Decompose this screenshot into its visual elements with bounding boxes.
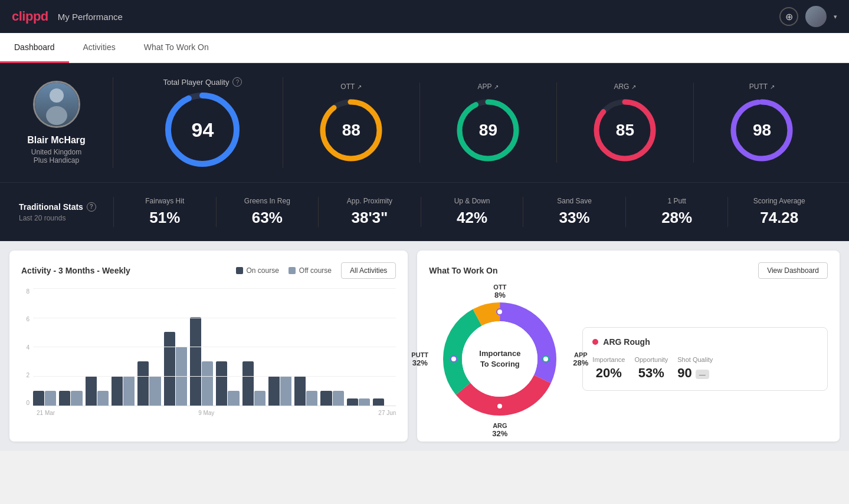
stats-sublabel: Last 20 rounds <box>19 214 113 222</box>
app-donut-label: APP 28% <box>573 351 588 367</box>
arg-section: ARG↗ 85 <box>557 83 694 163</box>
stat-1-putt: 1 Putt 28% <box>625 197 728 227</box>
plus-icon: ⊕ <box>785 11 793 22</box>
app-section: APP↗ 89 <box>420 83 557 163</box>
bar-off-course <box>280 376 291 406</box>
bar-on-course <box>86 376 97 406</box>
hero-scores: Total Player Quality ? 94 OTT↗ <box>113 77 830 168</box>
view-dashboard-button[interactable]: View Dashboard <box>758 262 828 279</box>
bar-off-course <box>202 361 213 406</box>
total-quality-section: Total Player Quality ? 94 <box>113 77 283 168</box>
ott-donut-label: OTT 8% <box>493 284 506 299</box>
chart-legend: On course Off course <box>236 266 332 275</box>
grid-line <box>33 318 396 318</box>
app-circle: 89 <box>455 98 520 163</box>
bar-off-course <box>306 391 317 406</box>
bar-on-course <box>216 361 227 406</box>
avatar-image <box>805 6 827 27</box>
bar-on-course <box>294 376 306 406</box>
help-icon[interactable]: ? <box>232 77 242 87</box>
y-axis: 8 6 4 2 0 <box>21 288 33 406</box>
bar-off-course <box>176 347 187 406</box>
arg-donut-label: ARG 32% <box>492 422 507 438</box>
stat-app-proximity: App. Proximity 38'3" <box>318 197 421 227</box>
player-name: Blair McHarg <box>27 135 86 146</box>
shot-quality-badge: — <box>696 370 709 379</box>
bar-group-4 <box>112 376 135 406</box>
detail-category-dot <box>592 339 598 345</box>
work-card-header: What To Work On View Dashboard <box>429 262 828 279</box>
x-label-jun: 27 Jun <box>276 410 396 416</box>
legend-on-course: On course <box>236 266 279 275</box>
activity-chart-title: Activity - 3 Months - Weekly <box>21 266 130 275</box>
detail-opportunity: Opportunity 53% <box>634 356 668 381</box>
all-activities-button[interactable]: All Activities <box>341 262 396 279</box>
arg-value: 85 <box>616 121 634 140</box>
tab-dashboard[interactable]: Dashboard <box>0 33 69 63</box>
ott-value: 88 <box>342 121 360 140</box>
traditional-stats-bar: Traditional Stats ? Last 20 rounds Fairw… <box>0 182 849 241</box>
player-handicap: Plus Handicap <box>34 156 79 164</box>
player-country: United Kingdom <box>31 148 81 156</box>
bar-on-course <box>242 361 254 406</box>
x-label-mar: 21 Mar <box>37 410 136 416</box>
svg-point-23 <box>497 309 503 315</box>
bar-off-course <box>149 376 160 406</box>
svg-point-26 <box>451 356 457 362</box>
putt-donut-label: PUTT 32% <box>411 351 428 367</box>
bar-off-course <box>359 398 370 406</box>
help-icon[interactable]: ? <box>87 202 96 212</box>
stat-up-down: Up & Down 42% <box>421 197 523 227</box>
detail-metrics: Importance 20% Opportunity 53% Shot Qual… <box>592 356 818 381</box>
bar-off-course <box>45 391 56 406</box>
bar-group-14 <box>373 398 396 406</box>
bar-on-course <box>268 376 280 406</box>
stat-greens-in-reg: Greens In Reg 63% <box>216 197 319 227</box>
bar-off-course <box>254 391 265 406</box>
bar-group-2 <box>59 391 82 406</box>
putt-label: PUTT↗ <box>749 83 775 91</box>
arrow-icon: ↗ <box>770 84 775 90</box>
ott-circle: 88 <box>319 98 383 163</box>
arrow-icon: ↗ <box>494 84 499 90</box>
tab-what-to-work-on[interactable]: What To Work On <box>130 33 223 63</box>
header-left: clippd My Performance <box>12 9 123 24</box>
bars-container <box>33 288 396 406</box>
bar-group-13 <box>347 398 370 406</box>
tab-activities[interactable]: Activities <box>69 33 130 63</box>
header: clippd My Performance ⊕ ▾ <box>0 0 849 33</box>
main-content: Activity - 3 Months - Weekly On course O… <box>0 241 849 451</box>
bar-group-1 <box>33 391 56 406</box>
grid-line <box>33 347 396 347</box>
hero-section: Blair McHarg United Kingdom Plus Handica… <box>0 63 849 182</box>
total-quality-label: Total Player Quality ? <box>163 77 242 87</box>
arg-label: ARG↗ <box>614 83 636 91</box>
bar-off-course <box>71 391 82 406</box>
svg-point-1 <box>46 106 67 125</box>
total-quality-circle: 94 <box>164 91 241 168</box>
bar-on-course <box>164 332 175 406</box>
stats-label-section: Traditional Stats ? Last 20 rounds <box>19 202 113 222</box>
bar-on-course <box>373 398 384 406</box>
stats-label: Traditional Stats ? <box>19 202 113 212</box>
add-button[interactable]: ⊕ <box>779 7 798 26</box>
stat-sand-save: Sand Save 33% <box>523 197 625 227</box>
bar-on-course <box>112 376 123 406</box>
detail-card-header: ARG Rough <box>592 337 818 347</box>
detail-importance: Importance 20% <box>592 356 625 381</box>
ott-section: OTT↗ 88 <box>283 83 420 163</box>
app-value: 89 <box>479 121 497 140</box>
avatar[interactable] <box>805 6 827 27</box>
app-label: APP↗ <box>477 83 499 91</box>
y-label-6: 6 <box>26 316 29 322</box>
putt-circle: 98 <box>729 98 794 163</box>
putt-section: PUTT↗ 98 <box>694 83 830 163</box>
bar-on-course <box>137 361 149 406</box>
x-label-may: 9 May <box>136 410 276 416</box>
profile-image <box>35 83 78 126</box>
work-card-title: What To Work On <box>429 266 497 275</box>
player-profile: Blair McHarg United Kingdom Plus Handica… <box>19 77 113 168</box>
bar-off-course <box>123 376 135 406</box>
bar-off-course <box>333 391 344 406</box>
off-course-dot <box>289 267 296 274</box>
